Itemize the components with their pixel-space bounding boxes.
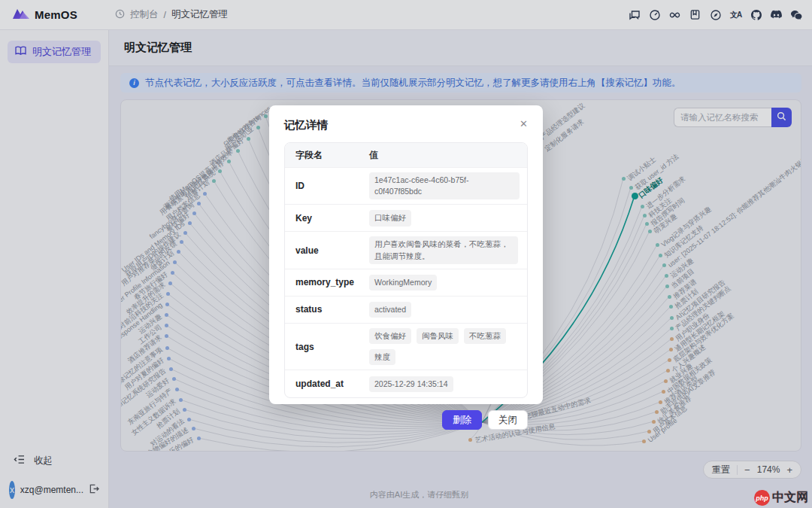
table-row: Key 口味偏好 <box>285 204 527 231</box>
table-row: tags 饮食偏好 闽鲁风味 不吃葱蒜 辣度 <box>285 323 527 370</box>
memos-app: MemOS 控制台 / 明文记忆管理 <box>0 0 812 508</box>
table-row: updated_at 2025-12-29 14:35:14 <box>285 370 527 397</box>
table-row: ID 1e47c1ac-c6ee-4c60-b75f-c0f407f85bdc <box>285 167 527 204</box>
php-logo: php <box>754 490 770 506</box>
close-button[interactable]: 关闭 <box>488 410 528 430</box>
key-value: 口味偏好 <box>369 210 411 226</box>
detail-table: 字段名 值 ID 1e47c1ac-c6ee-4c60-b75f-c0f407f… <box>284 142 528 398</box>
updated-at-value: 2025-12-29 14:35:14 <box>369 376 453 392</box>
id-value: 1e47c1ac-c6ee-4c60-b75f-c0f407f85bdc <box>369 172 520 199</box>
site-watermark: php 中文网 <box>754 490 808 506</box>
memory-detail-modal: 记忆详情 字段名 值 ID 1e47c1ac-c6ee-4c60-b75f-c0… <box>269 105 543 404</box>
col-value: 值 <box>369 144 527 166</box>
table-row: value 用户喜欢闽鲁风味的菜肴，不吃葱蒜，且能调节辣度。 <box>285 231 527 268</box>
table-row: memory_type WorkingMemory <box>285 269 527 296</box>
memory-value: 用户喜欢闽鲁风味的菜肴，不吃葱蒜，且能调节辣度。 <box>369 236 518 263</box>
col-field: 字段名 <box>285 149 369 162</box>
modal-title: 记忆详情 <box>284 118 328 132</box>
close-icon[interactable] <box>520 119 528 129</box>
tag: 辣度 <box>369 349 395 365</box>
status-badge: activated <box>369 302 411 318</box>
tag: 不吃葱蒜 <box>464 328 506 344</box>
table-header: 字段名 值 <box>285 143 527 167</box>
table-row: status activated <box>285 296 527 323</box>
memory-type-value: WorkingMemory <box>369 275 437 291</box>
delete-button[interactable]: 删除 <box>442 410 482 430</box>
tag: 饮食偏好 <box>369 328 411 344</box>
tag: 闽鲁风味 <box>417 328 459 344</box>
